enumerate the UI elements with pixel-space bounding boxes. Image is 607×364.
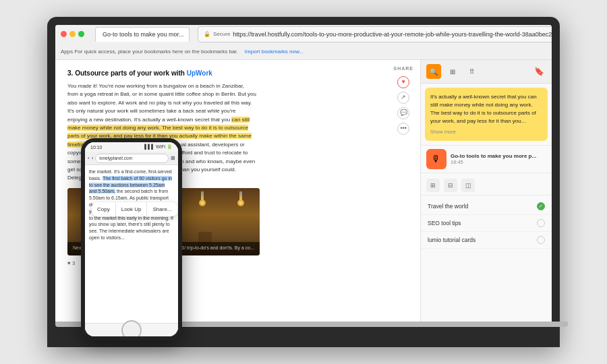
phone-browser-bar: ‹ › lonelyplanet.com ⊞ xyxy=(85,152,178,165)
reading-list-label-2: lumio tutorial cards xyxy=(428,237,531,243)
like-button[interactable]: ♥ xyxy=(397,76,409,88)
phone-url-bar[interactable]: lonelyplanet.com xyxy=(95,154,169,163)
phone-copy-button[interactable]: Copy xyxy=(92,202,116,216)
podcast-icon: 🎙 xyxy=(426,149,446,169)
traffic-lights xyxy=(61,31,84,37)
sidebar-icon-2[interactable]: ⊟ xyxy=(444,179,457,192)
grid-icon[interactable]: ⊞ xyxy=(445,64,460,79)
browser-chrome: Go-to tools to make you mor... 🔒 Secure … xyxy=(55,25,552,60)
reading-list-label-1: SEO tool tips xyxy=(428,220,531,226)
phone-forward-button[interactable]: › xyxy=(92,155,94,161)
phone-screen: 10:10 ▌▌▌ WiFi 🔋 ‹ › lonelyplanet.com ⊞ … xyxy=(85,142,178,336)
phone-overlay: 10:10 ▌▌▌ WiFi 🔋 ‹ › lonelyplanet.com ⊞ … xyxy=(81,138,182,340)
bookmarks-bar: Apps For quick access, place your bookma… xyxy=(55,43,552,59)
phone-context-menu: Copy Look Up Share... xyxy=(92,202,177,216)
reading-list-item-1[interactable]: SEO tool tips xyxy=(421,215,552,232)
podcast-info: Go-to tools to make you more p... 16:45 xyxy=(451,153,546,165)
lock-icon: 🔒 xyxy=(204,31,210,37)
apps-icon[interactable]: ⠿ xyxy=(464,64,479,79)
maximize-button[interactable] xyxy=(78,31,84,37)
podcast-time: 16:45 xyxy=(451,159,546,165)
highlight-card: It's actually a well-known secret that y… xyxy=(425,88,548,141)
reading-list-check-2[interactable] xyxy=(537,236,545,244)
phone-statusbar: 10:10 ▌▌▌ WiFi 🔋 xyxy=(85,142,178,152)
sidebar-icons-row: ⊞ ⊟ ◫ xyxy=(421,176,552,195)
reading-list-item-0[interactable]: Travel the world ✓ xyxy=(421,198,552,215)
share-sidebar: SHARE ♥ ↗ 💬 ••• xyxy=(393,65,413,135)
reading-list-check-1[interactable] xyxy=(537,219,545,227)
sidebar-panel: 🔍 ⊞ ⠿ 🔖 It's actually a well-known secre… xyxy=(420,60,552,322)
secure-label: Secure xyxy=(213,31,230,37)
active-tab[interactable]: Go-to tools to make you mor... xyxy=(95,27,190,42)
phone-home-bar xyxy=(85,323,178,336)
url-text: https://travel.hostfully.com/tools-to-yo… xyxy=(233,31,552,38)
address-bar[interactable]: 🔒 Secure https://travel.hostfully.com/to… xyxy=(198,26,552,42)
close-button[interactable] xyxy=(61,31,67,37)
reading-list-check-0[interactable]: ✓ xyxy=(537,202,545,210)
more-button[interactable]: ••• xyxy=(397,123,409,135)
phone-tabs-button[interactable]: ⊞ xyxy=(171,155,175,161)
phone-url-text: lonelyplanet.com xyxy=(99,156,132,160)
sidebar-icon-1[interactable]: ⊞ xyxy=(426,179,440,192)
reading-list-label-0: Travel the world xyxy=(428,203,531,210)
article-heading: 3. Outsource parts of your work with UpW… xyxy=(67,68,408,78)
phone-content: the market. It's a first-come, first-ser… xyxy=(85,165,178,323)
bookmark-icon[interactable]: 🔖 xyxy=(531,64,546,79)
phone-back-button[interactable]: ‹ xyxy=(88,155,90,161)
phone-signal: ▌▌▌ WiFi 🔋 xyxy=(144,144,173,150)
reading-list-item-2[interactable]: lumio tutorial cards xyxy=(421,232,552,249)
bookmarks-text: Apps For quick access, place your bookma… xyxy=(61,49,238,55)
show-more-button[interactable]: Show more xyxy=(430,128,542,135)
minimize-button[interactable] xyxy=(69,31,76,37)
article-body-start: You made it! You're now working from a b… xyxy=(67,83,256,123)
laptop: Go-to tools to make you mor... 🔒 Secure … xyxy=(47,17,560,347)
phone-time: 10:10 xyxy=(90,145,103,150)
podcast-row[interactable]: 🎙 Go-to tools to make you more p... 16:4… xyxy=(421,145,552,173)
search-icon[interactable]: 🔍 xyxy=(426,64,441,79)
upwork-link[interactable]: UpWork xyxy=(187,69,212,77)
reading-list: Travel the world ✓ SEO tool tips lumio t… xyxy=(421,195,552,251)
sidebar-icon-3[interactable]: ◫ xyxy=(461,179,475,192)
sidebar-top-icons: 🔍 ⊞ ⠿ 🔖 xyxy=(421,60,552,84)
share-button[interactable]: ↗ xyxy=(397,92,409,104)
podcast-title: Go-to tools to make you more p... xyxy=(451,153,546,159)
next-story-text: S6/ trip-to-do's and don'ts. By a co... xyxy=(179,245,254,252)
comment-button[interactable]: 💬 xyxy=(397,107,409,119)
browser-tabs: Go-to tools to make you mor... xyxy=(95,27,190,42)
import-link[interactable]: Import bookmarks now... xyxy=(245,49,304,55)
heart-reaction[interactable]: ♥ 3 xyxy=(67,260,75,268)
phone-lookup-button[interactable]: Look Up xyxy=(116,202,148,216)
share-label: SHARE xyxy=(393,65,413,73)
phone-share-button[interactable]: Share... xyxy=(147,202,177,216)
highlight-card-text: It's actually a well-known secret that y… xyxy=(430,93,542,125)
